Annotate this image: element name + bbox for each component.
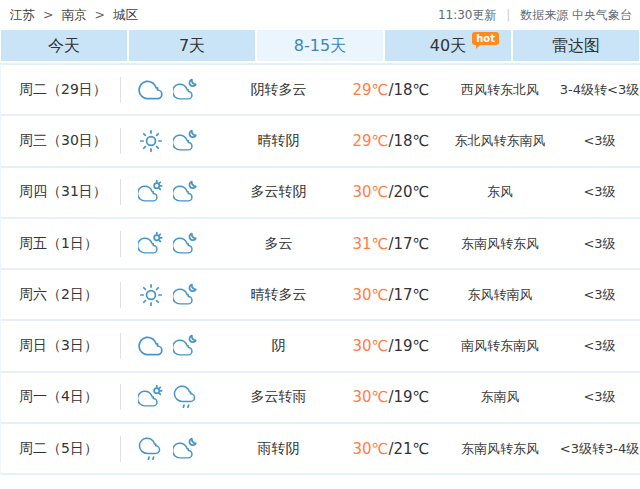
wind-direction: 东风 [441, 183, 559, 201]
breadcrumb-province[interactable]: 江苏 [10, 7, 35, 22]
wind-level: <3级 [559, 235, 640, 253]
tab-40day[interactable]: 40天hot [385, 30, 511, 61]
forecast-row: 周四（31日）多云转阴30℃/20℃东风<3级 [1, 168, 640, 219]
tab-today[interactable]: 今天 [1, 30, 127, 61]
weather-icons [121, 128, 216, 154]
cloud-moon-icon [173, 436, 199, 462]
breadcrumb-separator: > [43, 7, 53, 22]
cloud-sun-icon [138, 179, 164, 205]
day-label: 周一（4日） [1, 388, 120, 406]
tab-7day[interactable]: 7天 [129, 30, 255, 61]
low-temp: 20℃ [394, 183, 430, 201]
update-time: 11:30更新 [438, 8, 497, 22]
cloud-icon [138, 333, 164, 359]
wind-level: <3级 [559, 286, 640, 304]
temperature: 29℃/18℃ [341, 81, 441, 99]
sun-icon [138, 282, 164, 308]
forecast-tabs: 今天 7天 8-15天 40天hot 雷达图 [0, 30, 640, 61]
wind-level: <3级 [559, 337, 640, 355]
high-temp: 29℃ [353, 132, 389, 150]
tab-label: 40天 [430, 36, 466, 55]
weather-icons [121, 384, 216, 410]
tab-label: 8-15天 [294, 36, 346, 55]
breadcrumb-district[interactable]: 城区 [113, 7, 138, 22]
sun-icon [138, 128, 164, 154]
temperature: 31℃/17℃ [341, 235, 441, 253]
temperature: 30℃/21℃ [341, 440, 441, 458]
info-divider: | [506, 8, 510, 22]
high-temp: 29℃ [353, 81, 389, 99]
wind-level: <3级 [559, 183, 640, 201]
high-temp: 30℃ [353, 388, 389, 406]
wind-direction: 南风转东南风 [441, 337, 559, 355]
weather-text: 多云转阴 [216, 183, 341, 201]
wind-direction: 东南风 [441, 388, 559, 406]
low-temp: 19℃ [394, 388, 430, 406]
forecast-row: 周日（3日）阴30℃/19℃南风转东南风<3级 [1, 321, 640, 372]
high-temp: 30℃ [353, 440, 389, 458]
day-label: 周三（30日） [1, 132, 120, 150]
breadcrumb: 江苏 > 南京 > 城区 [10, 7, 138, 24]
temperature: 30℃/17℃ [341, 286, 441, 304]
low-temp: 19℃ [394, 337, 430, 355]
cloud-moon-icon [173, 231, 199, 257]
low-temp: 18℃ [394, 81, 430, 99]
weather-icons [121, 77, 216, 103]
forecast-row: 周二（5日）雨转阴30℃/21℃东南风转东风<3级转3-4级 [1, 424, 640, 475]
cloud-rain-icon [173, 384, 199, 410]
wind-level: <3级转3-4级 [559, 440, 640, 458]
tab-radar[interactable]: 雷达图 [513, 30, 639, 61]
day-label: 周五（1日） [1, 235, 120, 253]
day-label: 周四（31日） [1, 183, 120, 201]
temperature: 29℃/18℃ [341, 132, 441, 150]
low-temp: 17℃ [394, 286, 430, 304]
data-source: 数据来源 中央气象台 [520, 8, 632, 22]
wind-direction: 东南风转东风 [441, 235, 559, 253]
tab-label: 7天 [179, 36, 205, 55]
temperature: 30℃/20℃ [341, 183, 441, 201]
weather-icons [121, 436, 216, 462]
wind-direction: 东南风转东风 [441, 440, 559, 458]
weather-text: 雨转阴 [216, 440, 341, 458]
cloud-sun-icon [138, 231, 164, 257]
high-temp: 30℃ [353, 337, 389, 355]
day-label: 周二（29日） [1, 81, 120, 99]
wind-level: <3级 [559, 132, 640, 150]
forecast-row: 周三（30日）晴转阴29℃/18℃东北风转东南风<3级 [1, 116, 640, 167]
wind-level: 3-4级转<3级 [559, 81, 640, 99]
high-temp: 31℃ [353, 235, 389, 253]
cloud-moon-icon [173, 128, 199, 154]
weather-icons [121, 282, 216, 308]
weather-text: 多云 [216, 235, 341, 253]
hot-badge: hot [472, 32, 499, 45]
temperature: 30℃/19℃ [341, 337, 441, 355]
low-temp: 17℃ [394, 235, 430, 253]
weather-text: 阴转多云 [216, 81, 341, 99]
weather-icons [121, 333, 216, 359]
forecast-row: 周五（1日）多云31℃/17℃东南风转东风<3级 [1, 219, 640, 270]
weather-text: 晴转阴 [216, 132, 341, 150]
wind-direction: 东北风转东南风 [441, 132, 559, 150]
tab-label: 今天 [48, 36, 80, 55]
temperature: 30℃/19℃ [341, 388, 441, 406]
low-temp: 21℃ [394, 440, 430, 458]
wind-direction: 东风转南风 [441, 286, 559, 304]
weather-icons [121, 231, 216, 257]
weather-text: 阴 [216, 337, 341, 355]
day-label: 周二（5日） [1, 440, 120, 458]
tab-8-15day[interactable]: 8-15天 [257, 30, 383, 61]
forecast-row: 周六（2日）晴转多云30℃/17℃东风转南风<3级 [1, 270, 640, 321]
breadcrumb-separator: > [94, 7, 104, 22]
low-temp: 18℃ [394, 132, 430, 150]
weather-text: 多云转雨 [216, 388, 341, 406]
cloud-moon-icon [173, 333, 199, 359]
day-label: 周日（3日） [1, 337, 120, 355]
cloud-icon [138, 77, 164, 103]
high-temp: 30℃ [353, 286, 389, 304]
weather-page: 江苏 > 南京 > 城区 11:30更新 | 数据来源 中央气象台 今天 7天 … [0, 0, 640, 489]
weather-text: 晴转多云 [216, 286, 341, 304]
forecast-table: 周二（29日）阴转多云29℃/18℃西风转东北风3-4级转<3级周三（30日）晴… [0, 63, 640, 475]
cloud-sun-icon [138, 384, 164, 410]
top-bar: 江苏 > 南京 > 城区 11:30更新 | 数据来源 中央气象台 [0, 0, 640, 30]
breadcrumb-city[interactable]: 南京 [61, 7, 86, 22]
